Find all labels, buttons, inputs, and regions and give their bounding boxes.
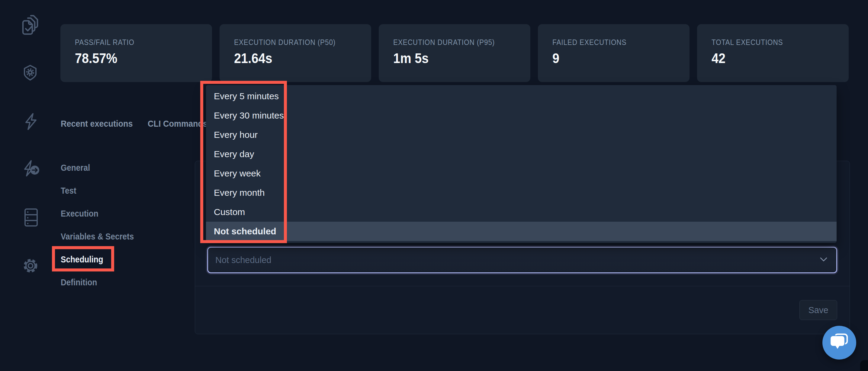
settings-nav-item-test[interactable]: Test: [61, 185, 78, 196]
chat-widget-button[interactable]: [823, 326, 856, 360]
tab-cli-commands[interactable]: CLI Commands: [148, 118, 214, 129]
nav-item-label: Execution: [61, 208, 98, 219]
stat-card-total-executions: TOTAL EXECUTIONS 42: [697, 24, 849, 82]
testkube-scheduling-page: PASS/FAIL RATIO 78.57% EXECUTION DURATIO…: [0, 0, 868, 371]
nav-item-label: Definition: [61, 277, 97, 288]
dropdown-option-every-30-minutes[interactable]: Every 30 minutes: [206, 106, 837, 125]
save-button[interactable]: Save: [800, 300, 837, 320]
dropdown-option-custom[interactable]: Custom: [206, 202, 837, 222]
sources-icon[interactable]: [24, 208, 38, 228]
stat-value: 42: [712, 50, 725, 66]
settings-icon[interactable]: [22, 257, 39, 276]
schedule-dropdown-menu: Every 5 minutes Every 30 minutes Every h…: [206, 85, 837, 243]
executions-icon[interactable]: [23, 160, 40, 180]
dropdown-option-every-month[interactable]: Every month: [206, 183, 837, 202]
schedule-select[interactable]: Not scheduled: [207, 247, 837, 273]
nav-item-label: Test: [61, 185, 76, 196]
stat-label: TOTAL EXECUTIONS: [712, 38, 783, 47]
stat-label: EXECUTION DURATION (P50): [234, 38, 336, 47]
nav-item-label: Scheduling: [61, 254, 103, 265]
schedule-select-value: Not scheduled: [215, 255, 271, 265]
dropdown-option-every-5-minutes[interactable]: Every 5 minutes: [206, 87, 837, 106]
dropdown-option-every-hour[interactable]: Every hour: [206, 125, 837, 144]
webhooks-icon[interactable]: [23, 65, 37, 82]
panel-footer-divider: [195, 286, 849, 286]
tab-label: Recent executions: [61, 118, 133, 129]
settings-nav-item-execution[interactable]: Execution: [61, 208, 103, 219]
stat-value: 9: [552, 50, 559, 66]
stat-label: EXECUTION DURATION (P95): [393, 38, 495, 47]
background-corner-shape: [860, 360, 868, 371]
settings-nav-item-variables-secrets[interactable]: Variables & Secrets: [61, 231, 142, 242]
dropdown-option-every-day[interactable]: Every day: [206, 144, 837, 164]
stat-card-execution-duration-p50: EXECUTION DURATION (P50) 21.64s: [220, 24, 371, 82]
executors-icon[interactable]: [24, 113, 38, 132]
save-button-label: Save: [808, 305, 828, 315]
settings-nav-item-scheduling[interactable]: Scheduling: [61, 254, 108, 265]
nav-item-label: General: [61, 162, 90, 173]
stat-card-execution-duration-p95: EXECUTION DURATION (P95) 1m 5s: [379, 24, 530, 82]
settings-nav-item-general[interactable]: General: [61, 162, 93, 173]
stat-value: 1m 5s: [393, 50, 429, 66]
stat-label: FAILED EXECUTIONS: [552, 38, 626, 47]
stat-value: 21.64s: [234, 50, 272, 66]
nav-item-label: Variables & Secrets: [61, 231, 134, 242]
settings-nav-item-definition[interactable]: Definition: [61, 277, 101, 288]
stat-card-pass-fail-ratio: PASS/FAIL RATIO 78.57%: [60, 24, 212, 82]
chevron-down-icon: [820, 257, 827, 263]
tab-label: CLI Commands: [148, 118, 208, 129]
stat-value: 78.57%: [75, 50, 117, 66]
stat-card-failed-executions: FAILED EXECUTIONS 9: [538, 24, 689, 82]
dropdown-option-not-scheduled[interactable]: Not scheduled: [206, 222, 837, 241]
stat-label: PASS/FAIL RATIO: [75, 38, 134, 47]
dropdown-option-every-week[interactable]: Every week: [206, 164, 837, 183]
tests-icon[interactable]: [22, 14, 39, 37]
tab-recent-executions[interactable]: Recent executions: [61, 118, 141, 129]
chat-bubbles-icon: [830, 333, 849, 352]
